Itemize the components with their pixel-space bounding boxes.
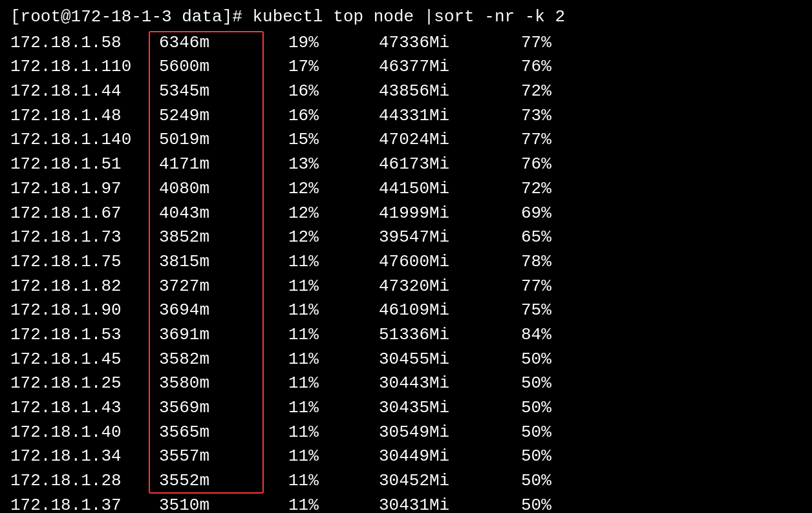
col-mem: 30455Mi xyxy=(353,348,482,372)
col-ip: 172.18.1.75 xyxy=(10,250,153,275)
col-cpu-pct: 16% xyxy=(275,79,353,104)
col-mem: 47320Mi xyxy=(353,275,482,299)
col-mem-pct: 65% xyxy=(482,225,560,250)
col-cpu: 3569m xyxy=(153,396,275,421)
col-cpu-pct: 12% xyxy=(275,225,353,250)
table-row: 172.18.1.533691m11%51336Mi84% xyxy=(10,323,802,348)
col-mem: 30452Mi xyxy=(353,469,482,494)
col-cpu-pct: 11% xyxy=(275,469,353,494)
col-ip: 172.18.1.25 xyxy=(10,372,153,396)
table-row: 172.18.1.753815m11%47600Mi78% xyxy=(10,250,802,275)
col-cpu: 3691m xyxy=(153,323,275,348)
col-mem-pct: 72% xyxy=(482,177,560,202)
col-ip: 172.18.1.53 xyxy=(10,323,153,348)
col-mem: 51336Mi xyxy=(353,323,482,348)
col-cpu-pct: 15% xyxy=(275,128,353,152)
table-row: 172.18.1.1105600m17%46377Mi76% xyxy=(10,55,802,79)
terminal: [root@172-18-1-3 data]# kubectl top node… xyxy=(10,5,802,508)
col-mem-pct: 76% xyxy=(482,55,560,79)
col-cpu-pct: 11% xyxy=(275,372,353,396)
col-mem: 46173Mi xyxy=(353,152,482,177)
table-row: 172.18.1.974080m12%44150Mi72% xyxy=(10,177,802,202)
table-row: 172.18.1.445345m16%43856Mi72% xyxy=(10,79,802,104)
col-cpu: 6346m xyxy=(153,31,275,56)
col-cpu-pct: 11% xyxy=(275,445,353,469)
col-cpu: 4171m xyxy=(153,152,275,177)
col-ip: 172.18.1.37 xyxy=(10,494,153,513)
table-row: 172.18.1.283552m11%30452Mi50% xyxy=(10,469,802,494)
col-ip: 172.18.1.40 xyxy=(10,421,153,445)
col-cpu: 5019m xyxy=(153,128,275,152)
col-mem: 46377Mi xyxy=(353,55,482,79)
col-ip: 172.18.1.110 xyxy=(10,55,153,79)
col-cpu: 4080m xyxy=(153,177,275,202)
col-mem-pct: 73% xyxy=(482,104,560,129)
col-mem: 30435Mi xyxy=(353,396,482,421)
col-mem: 30431Mi xyxy=(353,494,482,513)
table-row: 172.18.1.733852m12%39547Mi65% xyxy=(10,225,802,250)
col-cpu: 3694m xyxy=(153,298,275,323)
col-mem: 44331Mi xyxy=(353,104,482,129)
col-mem-pct: 50% xyxy=(482,421,560,445)
col-cpu: 3510m xyxy=(153,494,275,513)
col-mem: 44150Mi xyxy=(353,177,482,202)
col-ip: 172.18.1.48 xyxy=(10,104,153,129)
col-mem: 47024Mi xyxy=(353,128,482,152)
table-row: 172.18.1.453582m11%30455Mi50% xyxy=(10,348,802,372)
table-row: 172.18.1.433569m11%30435Mi50% xyxy=(10,396,802,421)
col-mem-pct: 76% xyxy=(482,152,560,177)
col-cpu-pct: 12% xyxy=(275,177,353,202)
col-cpu: 5249m xyxy=(153,104,275,129)
table-row: 172.18.1.1405019m15%47024Mi77% xyxy=(10,128,802,152)
col-mem-pct: 77% xyxy=(482,31,560,56)
col-mem-pct: 84% xyxy=(482,323,560,348)
col-mem-pct: 50% xyxy=(482,494,560,513)
col-ip: 172.18.1.58 xyxy=(10,31,153,56)
col-cpu-pct: 19% xyxy=(275,31,353,56)
table-row: 172.18.1.485249m16%44331Mi73% xyxy=(10,104,802,129)
col-cpu-pct: 11% xyxy=(275,396,353,421)
col-cpu-pct: 11% xyxy=(275,323,353,348)
col-cpu-pct: 16% xyxy=(275,104,353,129)
col-cpu: 3565m xyxy=(153,421,275,445)
col-mem-pct: 69% xyxy=(482,202,560,226)
col-mem-pct: 50% xyxy=(482,445,560,469)
col-ip: 172.18.1.97 xyxy=(10,177,153,202)
col-mem: 46109Mi xyxy=(353,298,482,323)
col-mem-pct: 77% xyxy=(482,275,560,299)
col-cpu: 3815m xyxy=(153,250,275,275)
col-cpu-pct: 17% xyxy=(275,55,353,79)
table-row: 172.18.1.674043m12%41999Mi69% xyxy=(10,202,802,226)
table-row: 172.18.1.903694m11%46109Mi75% xyxy=(10,298,802,323)
col-ip: 172.18.1.90 xyxy=(10,298,153,323)
table-row: 172.18.1.823727m11%47320Mi77% xyxy=(10,275,802,299)
col-cpu: 3727m xyxy=(153,275,275,299)
col-mem: 39547Mi xyxy=(353,225,482,250)
table-row: 172.18.1.373510m11%30431Mi50% xyxy=(10,494,802,513)
col-mem-pct: 50% xyxy=(482,372,560,396)
col-mem-pct: 77% xyxy=(482,128,560,152)
col-cpu: 3580m xyxy=(153,372,275,396)
command-line: [root@172-18-1-3 data]# kubectl top node… xyxy=(10,5,802,30)
col-ip: 172.18.1.45 xyxy=(10,348,153,372)
col-ip: 172.18.1.28 xyxy=(10,469,153,494)
col-ip: 172.18.1.44 xyxy=(10,79,153,104)
col-mem: 47336Mi xyxy=(353,31,482,56)
col-ip: 172.18.1.43 xyxy=(10,396,153,421)
col-mem-pct: 50% xyxy=(482,396,560,421)
col-ip: 172.18.1.73 xyxy=(10,225,153,250)
table-row: 172.18.1.343557m11%30449Mi50% xyxy=(10,445,802,469)
col-mem-pct: 75% xyxy=(482,298,560,323)
col-mem-pct: 72% xyxy=(482,79,560,104)
col-ip: 172.18.1.51 xyxy=(10,152,153,177)
col-mem: 41999Mi xyxy=(353,202,482,226)
col-mem: 30443Mi xyxy=(353,372,482,396)
col-mem: 43856Mi xyxy=(353,79,482,104)
col-ip: 172.18.1.34 xyxy=(10,445,153,469)
col-cpu-pct: 11% xyxy=(275,250,353,275)
col-cpu: 3557m xyxy=(153,445,275,469)
col-cpu-pct: 11% xyxy=(275,494,353,513)
col-cpu-pct: 11% xyxy=(275,348,353,372)
data-table: 172.18.1.586346m19%47336Mi77%172.18.1.11… xyxy=(10,31,802,513)
col-cpu-pct: 12% xyxy=(275,202,353,226)
